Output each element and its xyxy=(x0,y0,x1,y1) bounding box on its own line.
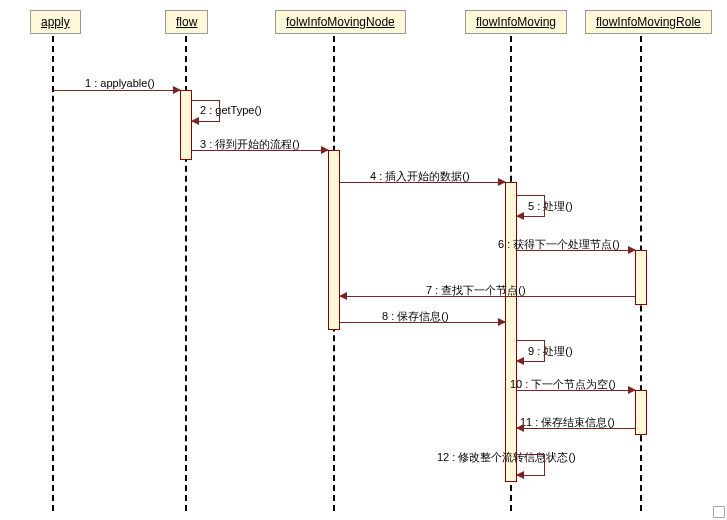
msg-arrow xyxy=(340,296,635,297)
msg-self xyxy=(517,340,545,362)
msg-self xyxy=(517,454,545,476)
participant-apply[interactable]: apply xyxy=(30,10,81,34)
msg-self xyxy=(517,195,545,217)
msg-arrow xyxy=(53,90,180,91)
participant-flowInfoMoving[interactable]: flowInfoMoving xyxy=(465,10,567,34)
msg-arrow xyxy=(340,182,505,183)
resize-handle-icon xyxy=(713,506,725,518)
activation xyxy=(635,250,647,305)
activation xyxy=(328,150,340,330)
msg-arrow xyxy=(517,428,635,429)
lifeline-apply xyxy=(52,36,54,511)
activation xyxy=(635,390,647,435)
participant-flow[interactable]: flow xyxy=(165,10,208,34)
msg-arrow xyxy=(340,322,505,323)
activation xyxy=(180,90,192,160)
msg-label: 1 : applyable() xyxy=(85,77,155,89)
msg-arrow xyxy=(517,250,635,251)
participant-flowInfoMovingRole[interactable]: flowInfoMovingRole xyxy=(585,10,712,34)
msg-arrow xyxy=(517,390,635,391)
msg-self xyxy=(192,100,220,122)
activation xyxy=(505,182,517,482)
participant-folwInfoMovingNode[interactable]: folwInfoMovingNode xyxy=(275,10,406,34)
msg-arrow xyxy=(192,150,328,151)
msg-label: 12 : 修改整个流转信息状态() xyxy=(437,450,576,465)
